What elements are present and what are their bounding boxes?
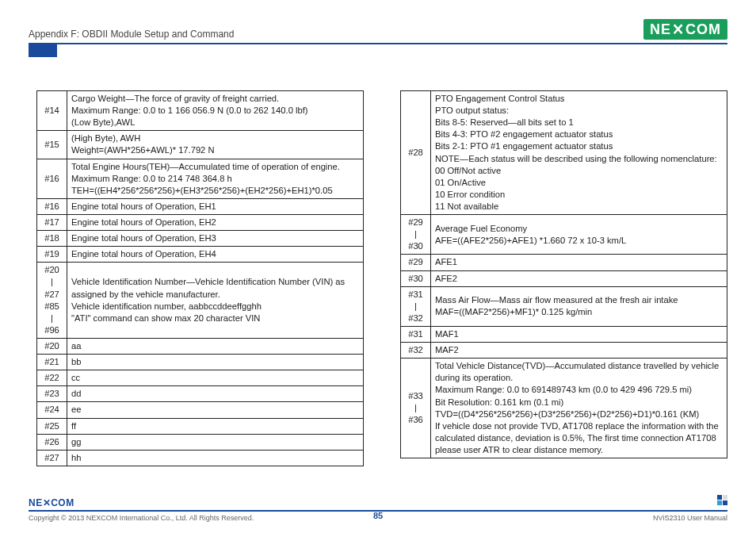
- doc-name: NViS2310 User Manual: [653, 514, 727, 522]
- table-row: #17Engine total hours of Operation, EH2: [37, 214, 364, 230]
- row-text: bb: [67, 355, 364, 370]
- row-index: #33|#36: [401, 359, 431, 458]
- header-title: Appendix F: OBDII Module Setup and Comma…: [29, 29, 234, 40]
- row-text: AFE1: [431, 255, 727, 270]
- row-index: #23: [37, 386, 67, 402]
- row-index: #16: [37, 159, 67, 198]
- table-row: #28PTO Engagement Control StatusPTO outp…: [401, 91, 727, 215]
- table-row: #19Engine total hours of Operation, EH4: [37, 247, 364, 263]
- table-row: #15(High Byte), AWHWeight=(AWH*256+AWL)*…: [37, 131, 364, 159]
- row-index: #15: [37, 131, 67, 159]
- page-header: Appendix F: OBDII Module Setup and Comma…: [29, 19, 727, 44]
- table-row: #30AFE2: [401, 270, 727, 286]
- row-text: PTO Engagement Control StatusPTO output …: [431, 91, 727, 215]
- row-text: gg: [67, 434, 364, 450]
- row-index: #29|#30: [401, 215, 431, 255]
- table-row: #20aa: [37, 338, 364, 354]
- row-index: #28: [401, 91, 431, 215]
- table-row: #29|#30Average Fuel EconomyAFE=((AFE2*25…: [401, 215, 727, 255]
- table-row: #26gg: [37, 434, 364, 450]
- table-row: #14Cargo Weight—The force of gravity of …: [37, 91, 364, 131]
- nexcom-logo: NE✕COM: [643, 19, 727, 40]
- table-row: #16Engine total hours of Operation, EH1: [37, 198, 364, 214]
- row-text: aa: [67, 338, 364, 354]
- right-table: #28PTO Engagement Control StatusPTO outp…: [400, 90, 727, 458]
- table-row: #16Total Engine Hours(TEH)—Accumulated t…: [37, 159, 364, 198]
- table-row: #23dd: [37, 386, 364, 402]
- logo-x-icon: ✕: [672, 20, 685, 39]
- table-row: #33|#36Total Vehicle Distance(TVD)—Accum…: [401, 359, 727, 458]
- row-text: Total Engine Hours(TEH)—Accumulated time…: [67, 159, 364, 198]
- row-text: Engine total hours of Operation, EH1: [67, 198, 364, 214]
- row-index: #16: [37, 198, 67, 214]
- row-index: #14: [37, 91, 67, 131]
- table-row: #24ee: [37, 402, 364, 418]
- row-index: #26: [37, 434, 67, 450]
- blue-tab-decor: [29, 43, 57, 57]
- row-index: #27: [37, 450, 67, 466]
- row-text: Engine total hours of Operation, EH3: [67, 231, 364, 247]
- right-column: #28PTO Engagement Control StatusPTO outp…: [400, 90, 727, 466]
- row-index: #29: [401, 255, 431, 270]
- left-column: #14Cargo Weight—The force of gravity of …: [36, 90, 364, 466]
- table-row: #29AFE1: [401, 255, 727, 270]
- row-text: Engine total hours of Operation, EH4: [67, 247, 364, 263]
- row-index: #18: [37, 231, 67, 247]
- row-text: Cargo Weight—The force of gravity of fre…: [67, 91, 364, 131]
- row-text: ee: [67, 402, 364, 418]
- table-row: #25ff: [37, 418, 364, 434]
- table-row: #31MAF1: [401, 326, 727, 342]
- row-text: Vehicle Identification Number—Vehicle Id…: [67, 263, 364, 339]
- row-index: #31|#32: [401, 286, 431, 326]
- content-area: #14Cargo Weight—The force of gravity of …: [29, 90, 727, 466]
- row-text: MAF2: [431, 343, 727, 359]
- footer-logo: NE✕COM: [29, 497, 727, 508]
- footer-square-icon: [716, 494, 727, 505]
- page-number: 85: [373, 511, 383, 520]
- row-text: MAF1: [431, 326, 727, 342]
- row-index: #32: [401, 343, 431, 359]
- row-index: #22: [37, 370, 67, 386]
- row-index: #21: [37, 355, 67, 370]
- row-index: #19: [37, 247, 67, 263]
- table-row: #22cc: [37, 370, 364, 386]
- row-text: Engine total hours of Operation, EH2: [67, 214, 364, 230]
- table-row: #32MAF2: [401, 343, 727, 359]
- table-row: #31|#32Mass Air Flow—Mass air flow measu…: [401, 286, 727, 326]
- row-index: #25: [37, 418, 67, 434]
- row-index: #30: [401, 270, 431, 286]
- row-text: AFE2: [431, 270, 727, 286]
- table-row: #18Engine total hours of Operation, EH3: [37, 231, 364, 247]
- table-row: #20|#27#85|#96Vehicle Identification Num…: [37, 263, 364, 339]
- row-text: hh: [67, 450, 364, 466]
- row-text: (High Byte), AWHWeight=(AWH*256+AWL)* 17…: [67, 131, 364, 159]
- row-text: dd: [67, 386, 364, 402]
- table-row: #27hh: [37, 450, 364, 466]
- left-table: #14Cargo Weight—The force of gravity of …: [36, 90, 364, 466]
- row-text: Mass Air Flow—Mass air flow measured at …: [431, 286, 727, 326]
- row-text: cc: [67, 370, 364, 386]
- row-index: #17: [37, 214, 67, 230]
- copyright-text: Copyright © 2013 NEXCOM International Co…: [29, 514, 254, 522]
- row-index: #31: [401, 326, 431, 342]
- table-row: #21bb: [37, 355, 364, 370]
- row-index: #20|#27#85|#96: [37, 263, 67, 339]
- row-index: #20: [37, 338, 67, 354]
- row-text: Average Fuel EconomyAFE=((AFE2*256)+AFE1…: [431, 215, 727, 255]
- page-footer: NE✕COM Copyright © 2013 NEXCOM Internati…: [29, 497, 727, 522]
- row-index: #24: [37, 402, 67, 418]
- row-text: Total Vehicle Distance(TVD)—Accumulated …: [431, 359, 727, 458]
- footer-line: Copyright © 2013 NEXCOM International Co…: [29, 510, 727, 522]
- logo-x-icon: ✕: [43, 497, 52, 508]
- row-text: ff: [67, 418, 364, 434]
